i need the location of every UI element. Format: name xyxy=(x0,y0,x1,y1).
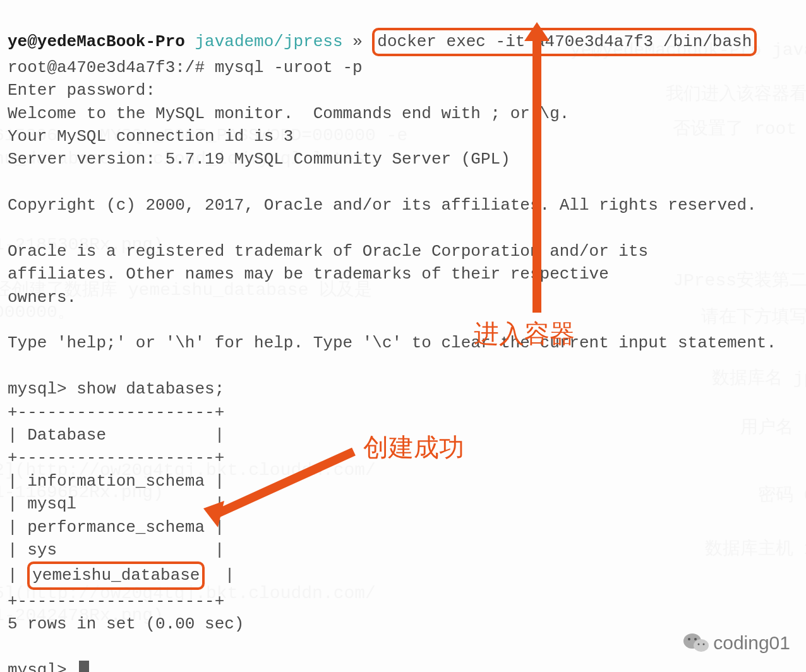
terminal-line: 5 rows in set (0.00 sec) xyxy=(8,615,244,633)
prompt-user-host: ye@yedeMacBook-Pro xyxy=(8,32,185,51)
highlighted-command: docker exec -it a470e3d4a7f3 /bin/bash xyxy=(372,28,757,56)
terminal-line: +--------------------+ xyxy=(8,448,224,467)
docker-command: docker exec -it a470e3d4a7f3 /bin/bash xyxy=(377,32,752,51)
terminal-line: Oracle is a registered trademark of Orac… xyxy=(8,242,648,261)
svg-point-8 xyxy=(694,638,697,640)
terminal-line: Type 'help;' or '\h' for help. Type '\c'… xyxy=(8,333,776,352)
terminal-line: mysql> show databases; xyxy=(8,380,224,399)
terminal-line: | mysql | xyxy=(8,495,224,513)
terminal-line: Server version: 5.7.19 MySQL Community S… xyxy=(8,150,510,169)
db-row-pipe: | xyxy=(8,566,18,585)
terminal-line: | information_schema | xyxy=(8,472,224,491)
wechat-icon xyxy=(683,632,709,654)
terminal-line: +--------------------+ xyxy=(8,403,224,422)
db-row-pipe-end: | xyxy=(225,566,235,585)
terminal-line: Copyright (c) 2000, 2017, Oracle and/or … xyxy=(8,196,757,215)
terminal-line: | sys | xyxy=(8,541,224,560)
terminal-line: root@a470e3d4a7f3:/# mysql -uroot -p xyxy=(8,58,363,77)
watermark-text: coding01 xyxy=(713,630,790,656)
terminal-line: +--------------------+ xyxy=(8,592,224,611)
database-name: yemeishu_database xyxy=(32,566,200,585)
terminal-line: Enter password: xyxy=(8,81,155,100)
terminal-line: Your MySQL connection id is 3 xyxy=(8,127,293,146)
prompt-path: javademo/jpress xyxy=(195,32,342,51)
annotation-create-success: 创建成功 xyxy=(363,429,464,465)
prompt-separator: » xyxy=(352,32,363,51)
svg-point-7 xyxy=(688,638,690,640)
svg-point-9 xyxy=(698,644,700,645)
terminal-line: | performance_schema | xyxy=(8,518,224,537)
watermark-corner: coding01 xyxy=(683,630,790,656)
highlighted-database: yemeishu_database xyxy=(27,561,205,589)
terminal-line: mysql> xyxy=(8,661,76,672)
terminal-output: ye@yedeMacBook-Pro javademo/jpress » doc… xyxy=(8,5,798,672)
terminal-line: owners. xyxy=(8,288,76,307)
svg-point-10 xyxy=(703,644,705,645)
terminal-line: | Database | xyxy=(8,426,224,445)
terminal-line: Welcome to the MySQL monitor. Commands e… xyxy=(8,104,569,123)
terminal-line: affiliates. Other names may be trademark… xyxy=(8,265,609,284)
svg-point-6 xyxy=(694,639,709,652)
cursor-icon xyxy=(79,661,89,672)
annotation-enter-container: 进入容器 xyxy=(474,316,575,351)
